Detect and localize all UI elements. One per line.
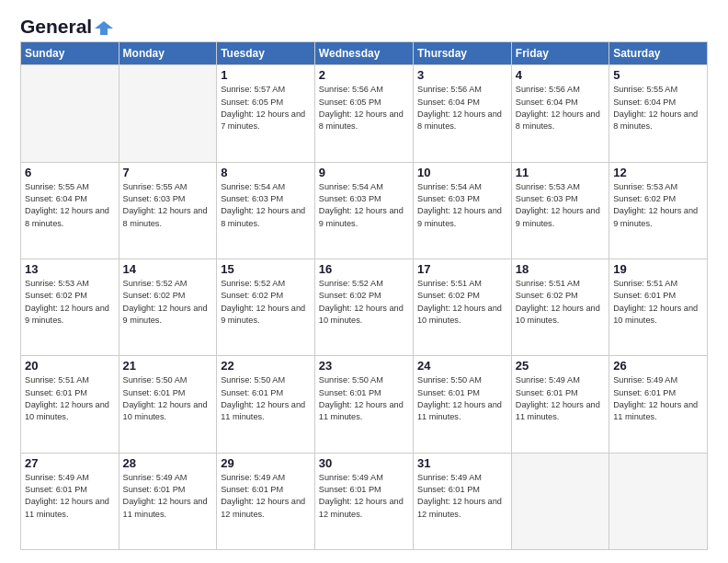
day-info: Sunrise: 5:49 AM Sunset: 6:01 PM Dayligh… <box>25 472 115 521</box>
day-info: Sunrise: 5:56 AM Sunset: 6:04 PM Dayligh… <box>417 84 507 132</box>
calendar-cell <box>609 453 708 549</box>
calendar-cell: 22Sunrise: 5:50 AM Sunset: 6:01 PM Dayli… <box>217 356 315 453</box>
calendar-week-row: 1Sunrise: 5:57 AM Sunset: 6:05 PM Daylig… <box>21 65 708 162</box>
day-info: Sunrise: 5:53 AM Sunset: 6:02 PM Dayligh… <box>613 181 703 230</box>
calendar-cell: 30Sunrise: 5:49 AM Sunset: 6:01 PM Dayli… <box>314 453 413 549</box>
day-number: 27 <box>25 456 115 470</box>
day-info: Sunrise: 5:51 AM Sunset: 6:02 PM Dayligh… <box>516 278 605 327</box>
day-info: Sunrise: 5:50 AM Sunset: 6:01 PM Dayligh… <box>221 374 311 423</box>
calendar-cell: 24Sunrise: 5:50 AM Sunset: 6:01 PM Dayli… <box>414 356 512 453</box>
weekday-header-friday: Friday <box>511 42 609 65</box>
calendar-cell: 1Sunrise: 5:57 AM Sunset: 6:05 PM Daylig… <box>217 65 315 162</box>
calendar-table: SundayMondayTuesdayWednesdayThursdayFrid… <box>20 41 708 550</box>
day-info: Sunrise: 5:56 AM Sunset: 6:05 PM Dayligh… <box>319 84 409 132</box>
calendar-cell: 13Sunrise: 5:53 AM Sunset: 6:02 PM Dayli… <box>21 259 119 356</box>
weekday-header-saturday: Saturday <box>609 42 708 65</box>
calendar-cell: 5Sunrise: 5:55 AM Sunset: 6:04 PM Daylig… <box>609 65 708 162</box>
day-info: Sunrise: 5:51 AM Sunset: 6:01 PM Dayligh… <box>25 374 115 423</box>
day-info: Sunrise: 5:49 AM Sunset: 6:01 PM Dayligh… <box>613 374 703 423</box>
day-info: Sunrise: 5:55 AM Sunset: 6:04 PM Dayligh… <box>613 84 703 132</box>
weekday-header-tuesday: Tuesday <box>217 42 315 65</box>
calendar-cell: 27Sunrise: 5:49 AM Sunset: 6:01 PM Dayli… <box>21 453 119 549</box>
calendar-week-row: 20Sunrise: 5:51 AM Sunset: 6:01 PM Dayli… <box>21 356 708 453</box>
calendar-cell: 16Sunrise: 5:52 AM Sunset: 6:02 PM Dayli… <box>314 259 413 356</box>
calendar-cell: 8Sunrise: 5:54 AM Sunset: 6:03 PM Daylig… <box>217 162 315 259</box>
day-number: 20 <box>25 359 115 373</box>
day-info: Sunrise: 5:49 AM Sunset: 6:01 PM Dayligh… <box>516 374 605 423</box>
day-info: Sunrise: 5:54 AM Sunset: 6:03 PM Dayligh… <box>319 181 409 230</box>
calendar-cell: 10Sunrise: 5:54 AM Sunset: 6:03 PM Dayli… <box>414 162 512 259</box>
calendar-cell: 25Sunrise: 5:49 AM Sunset: 6:01 PM Dayli… <box>511 356 609 453</box>
day-number: 8 <box>221 166 311 179</box>
page: General SundayMondayTuesdayWednesdayThur… <box>0 0 728 563</box>
day-number: 16 <box>319 262 409 276</box>
day-number: 9 <box>319 166 409 179</box>
calendar-cell: 9Sunrise: 5:54 AM Sunset: 6:03 PM Daylig… <box>314 162 413 259</box>
day-number: 28 <box>123 456 213 470</box>
day-number: 31 <box>417 456 507 470</box>
day-number: 1 <box>221 68 311 82</box>
day-number: 29 <box>221 456 311 470</box>
day-info: Sunrise: 5:49 AM Sunset: 6:01 PM Dayligh… <box>417 472 507 521</box>
calendar-cell: 6Sunrise: 5:55 AM Sunset: 6:04 PM Daylig… <box>21 162 119 259</box>
day-number: 14 <box>123 262 213 276</box>
day-number: 15 <box>221 262 311 276</box>
day-info: Sunrise: 5:49 AM Sunset: 6:01 PM Dayligh… <box>221 472 311 521</box>
calendar-cell <box>21 65 119 162</box>
weekday-header-wednesday: Wednesday <box>314 42 413 65</box>
day-number: 6 <box>25 166 115 179</box>
day-info: Sunrise: 5:49 AM Sunset: 6:01 PM Dayligh… <box>319 472 409 521</box>
calendar-cell: 12Sunrise: 5:53 AM Sunset: 6:02 PM Dayli… <box>609 162 708 259</box>
day-info: Sunrise: 5:55 AM Sunset: 6:03 PM Dayligh… <box>123 181 213 230</box>
logo: General <box>20 17 115 34</box>
day-info: Sunrise: 5:50 AM Sunset: 6:01 PM Dayligh… <box>319 374 409 423</box>
day-info: Sunrise: 5:55 AM Sunset: 6:04 PM Dayligh… <box>25 181 115 230</box>
calendar-cell: 14Sunrise: 5:52 AM Sunset: 6:02 PM Dayli… <box>119 259 217 356</box>
day-info: Sunrise: 5:50 AM Sunset: 6:01 PM Dayligh… <box>417 374 507 423</box>
day-number: 13 <box>25 262 115 276</box>
svg-marker-0 <box>95 21 113 35</box>
day-number: 18 <box>516 262 605 276</box>
calendar-cell: 3Sunrise: 5:56 AM Sunset: 6:04 PM Daylig… <box>414 65 512 162</box>
day-number: 12 <box>613 166 703 179</box>
calendar-week-row: 13Sunrise: 5:53 AM Sunset: 6:02 PM Dayli… <box>21 259 708 356</box>
day-number: 24 <box>417 359 507 373</box>
day-number: 30 <box>319 456 409 470</box>
day-info: Sunrise: 5:49 AM Sunset: 6:01 PM Dayligh… <box>123 472 213 521</box>
calendar-week-row: 27Sunrise: 5:49 AM Sunset: 6:01 PM Dayli… <box>21 453 708 549</box>
calendar-week-row: 6Sunrise: 5:55 AM Sunset: 6:04 PM Daylig… <box>21 162 708 259</box>
day-info: Sunrise: 5:53 AM Sunset: 6:03 PM Dayligh… <box>516 181 605 230</box>
day-info: Sunrise: 5:52 AM Sunset: 6:02 PM Dayligh… <box>123 278 213 327</box>
calendar-cell: 18Sunrise: 5:51 AM Sunset: 6:02 PM Dayli… <box>511 259 609 356</box>
day-number: 25 <box>516 359 605 373</box>
calendar-cell: 15Sunrise: 5:52 AM Sunset: 6:02 PM Dayli… <box>217 259 315 356</box>
day-number: 11 <box>516 166 605 179</box>
logo-text: General <box>20 17 115 36</box>
day-number: 4 <box>516 68 605 82</box>
calendar-cell: 11Sunrise: 5:53 AM Sunset: 6:03 PM Dayli… <box>511 162 609 259</box>
day-number: 7 <box>123 166 213 179</box>
calendar-cell: 17Sunrise: 5:51 AM Sunset: 6:02 PM Dayli… <box>414 259 512 356</box>
day-number: 23 <box>319 359 409 373</box>
day-info: Sunrise: 5:52 AM Sunset: 6:02 PM Dayligh… <box>221 278 311 327</box>
calendar-cell: 26Sunrise: 5:49 AM Sunset: 6:01 PM Dayli… <box>609 356 708 453</box>
calendar-cell: 21Sunrise: 5:50 AM Sunset: 6:01 PM Dayli… <box>119 356 217 453</box>
day-info: Sunrise: 5:54 AM Sunset: 6:03 PM Dayligh… <box>417 181 507 230</box>
day-number: 5 <box>613 68 703 82</box>
header: General <box>20 17 708 34</box>
weekday-header-sunday: Sunday <box>21 42 119 65</box>
day-number: 19 <box>613 262 703 276</box>
logo-icon: General <box>20 17 115 36</box>
calendar-cell: 31Sunrise: 5:49 AM Sunset: 6:01 PM Dayli… <box>414 453 512 549</box>
calendar-cell <box>511 453 609 549</box>
calendar-cell: 20Sunrise: 5:51 AM Sunset: 6:01 PM Dayli… <box>21 356 119 453</box>
calendar-cell: 7Sunrise: 5:55 AM Sunset: 6:03 PM Daylig… <box>119 162 217 259</box>
calendar-header-row: SundayMondayTuesdayWednesdayThursdayFrid… <box>21 42 708 65</box>
day-info: Sunrise: 5:51 AM Sunset: 6:01 PM Dayligh… <box>613 278 703 327</box>
day-number: 10 <box>417 166 507 179</box>
calendar-cell: 23Sunrise: 5:50 AM Sunset: 6:01 PM Dayli… <box>314 356 413 453</box>
day-info: Sunrise: 5:56 AM Sunset: 6:04 PM Dayligh… <box>516 84 605 132</box>
calendar-cell: 2Sunrise: 5:56 AM Sunset: 6:05 PM Daylig… <box>314 65 413 162</box>
day-number: 22 <box>221 359 311 373</box>
day-number: 3 <box>417 68 507 82</box>
